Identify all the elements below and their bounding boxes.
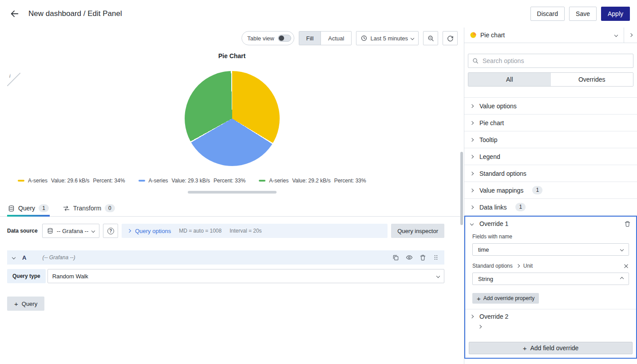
discard-button[interactable]: Discard [530, 7, 565, 21]
tab-query[interactable]: Query 1 [7, 200, 50, 216]
override-1-header[interactable]: Override 1 [465, 217, 636, 231]
override-1-title: Override 1 [479, 220, 508, 227]
query-type-select[interactable]: Random Walk [47, 269, 444, 283]
section-badge: 1 [515, 203, 526, 211]
query-row-header[interactable]: A (-- Grafana --) [7, 250, 444, 265]
section-label: Value mappings [479, 187, 523, 194]
toggle-knob [279, 36, 284, 41]
override-2-header[interactable]: Override 2 [465, 309, 636, 323]
chevron-down-icon[interactable] [12, 256, 16, 259]
options-sections: Value options Pie chart Tooltip Legend S… [464, 97, 637, 216]
property-category: Standard options [472, 263, 513, 269]
unit-select[interactable]: String [472, 273, 629, 285]
options-filter-tabs: All Overrides [468, 72, 633, 87]
legend-value: Value: 29.3 kB/s [172, 178, 210, 184]
chevron-down-icon [436, 274, 440, 278]
query-ref-id: A [22, 254, 26, 261]
tab-overrides[interactable]: Overrides [551, 73, 633, 86]
datasource-label: Data source [7, 228, 38, 234]
chevron-right-icon [470, 205, 474, 209]
query-inspector-button[interactable]: Query inspector [391, 224, 444, 238]
datasource-help-button[interactable]: ? [103, 224, 118, 238]
delete-override-icon[interactable] [624, 221, 631, 227]
toggle-switch[interactable] [278, 35, 291, 42]
apply-button[interactable]: Apply [601, 7, 630, 21]
query-options-interval: Interval = 20s [229, 228, 261, 234]
visualization-picker: Pie chart [464, 28, 637, 43]
query-row-a: A (-- Grafana --) [7, 250, 444, 283]
delete-query-icon[interactable] [419, 254, 426, 261]
add-field-override-button[interactable]: + Add field override [469, 342, 633, 354]
query-options-label: Query options [135, 228, 171, 234]
override-2-title: Override 2 [479, 313, 508, 320]
vertical-scrollbar[interactable] [460, 152, 463, 225]
drag-handle-icon[interactable] [433, 254, 439, 261]
query-row-body: Query type Random Walk [7, 265, 444, 283]
actual-button[interactable]: Actual [320, 32, 351, 45]
query-options-toggle[interactable]: Query options [128, 228, 171, 234]
search-options-input[interactable] [468, 54, 633, 68]
chevron-down-icon [411, 36, 414, 40]
chevron-right-icon [470, 154, 474, 158]
chevron-right-icon [516, 264, 519, 268]
add-query-label: Query [22, 301, 37, 307]
legend-item[interactable]: A-series Value: 29.3 kB/s Percent: 33% [138, 178, 246, 184]
back-button[interactable] [7, 6, 22, 21]
property-name: Unit [523, 263, 533, 269]
fields-with-name-select[interactable]: time [472, 243, 629, 256]
query-options-row[interactable]: Query options MD = auto = 1008 Interval … [122, 224, 388, 238]
section-tooltip[interactable]: Tooltip [464, 131, 637, 148]
time-range-picker[interactable]: Last 5 minutes [356, 31, 419, 45]
section-legend[interactable]: Legend [464, 148, 637, 165]
save-button[interactable]: Save [569, 7, 597, 21]
horizontal-scrollbar[interactable] [188, 191, 277, 194]
table-view-label: Table view [247, 35, 274, 42]
chevron-down-icon[interactable] [614, 33, 618, 37]
database-icon [47, 228, 53, 234]
chevron-right-icon [478, 325, 482, 328]
collapse-sidebar-button[interactable] [624, 28, 637, 43]
chevron-right-icon [470, 121, 474, 124]
override-property-row: Standard options Unit [472, 263, 629, 269]
legend-percent: Percent: 33% [214, 178, 245, 184]
transform-icon [63, 205, 70, 212]
refresh-icon [447, 35, 454, 42]
tab-query-badge: 1 [39, 204, 49, 212]
hide-query-icon[interactable] [406, 254, 413, 261]
legend-value: Value: 29.2 kB/s [292, 178, 331, 184]
query-type-value: Random Walk [52, 273, 88, 280]
duplicate-query-icon[interactable] [392, 254, 399, 261]
legend-item[interactable]: A-series Value: 29.2 kB/s Percent: 33% [259, 178, 366, 184]
legend-percent: Percent: 34% [93, 178, 125, 184]
remove-property-icon[interactable] [623, 263, 629, 269]
chevron-down-icon [470, 222, 474, 226]
fill-button[interactable]: Fill [299, 32, 321, 45]
legend-item[interactable]: A-series Value: 29.6 kB/s Percent: 34% [18, 178, 125, 184]
panel-toolbar: Table view Fill Actual Last 5 minutes [0, 28, 464, 49]
tab-transform[interactable]: Transform 0 [62, 200, 116, 216]
clock-icon [361, 35, 367, 41]
legend-marker [18, 180, 24, 182]
tab-transform-label: Transform [73, 205, 101, 212]
section-label: Standard options [479, 170, 526, 177]
legend-series-name: A-series [149, 178, 168, 184]
section-value-options[interactable]: Value options [464, 98, 637, 115]
tab-all[interactable]: All [468, 73, 551, 86]
section-badge: 1 [532, 186, 542, 194]
section-standard-options[interactable]: Standard options [464, 165, 637, 182]
zoom-out-button[interactable] [423, 31, 438, 45]
info-icon: i [9, 73, 10, 79]
datasource-select[interactable]: -- Grafana -- [42, 224, 100, 238]
add-override-property-button[interactable]: + Add override property [472, 293, 539, 304]
options-sidebar: Pie chart All Overrides Value [464, 28, 637, 364]
legend-series-name: A-series [28, 178, 47, 184]
panel-info-corner[interactable]: i [7, 73, 20, 86]
section-label: Legend [479, 153, 500, 160]
section-data-links[interactable]: Data links 1 [464, 199, 637, 216]
chevron-right-icon [470, 314, 474, 318]
section-pie-chart[interactable]: Pie chart [464, 115, 637, 131]
refresh-button[interactable] [443, 31, 458, 45]
section-value-mappings[interactable]: Value mappings 1 [464, 182, 637, 199]
table-view-toggle[interactable]: Table view [241, 31, 294, 45]
add-query-button[interactable]: + Query [7, 297, 44, 311]
